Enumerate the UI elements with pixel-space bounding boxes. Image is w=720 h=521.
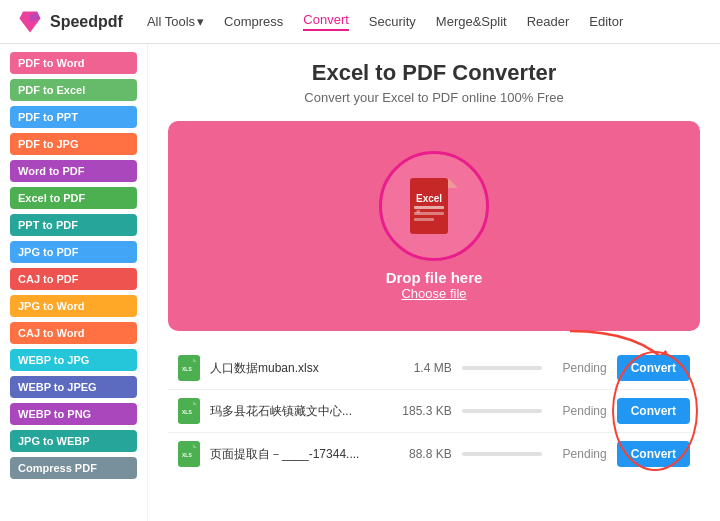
sidebar-item-webp-to-jpeg[interactable]: WEBP to JPEG [10,376,137,398]
sidebar-item-caj-to-pdf[interactable]: CAJ to PDF [10,268,137,290]
svg-marker-18 [193,444,197,448]
sidebar-item-compress-pdf[interactable]: Compress PDF [10,457,137,479]
file-status-1: Pending [552,361,607,375]
file-name-3: 页面提取自－____-17344.... [210,446,372,463]
convert-button-2[interactable]: Convert [617,398,690,424]
sidebar-item-ppt-to-pdf[interactable]: PPT to PDF [10,214,137,236]
sidebar-item-webp-to-jpg[interactable]: WEBP to JPG [10,349,137,371]
sidebar-item-jpg-to-pdf[interactable]: JPG to PDF [10,241,137,263]
page-title: Excel to PDF Converter [168,60,700,86]
drop-zone[interactable]: Excel ≡ Drop file here Choose file [168,121,700,331]
drop-circle: Excel ≡ [379,151,489,261]
main-layout: PDF to Word PDF to Excel PDF to PPT PDF … [0,44,720,521]
svg-marker-12 [193,358,197,362]
svg-marker-15 [193,401,197,405]
logo-icon [16,8,44,36]
file-progress-2 [462,409,542,413]
file-name-1: 人口数据muban.xlsx [210,360,372,377]
choose-file-link[interactable]: Choose file [401,286,466,301]
file-row: XLS 页面提取自－____-17344.... 88.8 KB Pending… [168,433,700,475]
sidebar-item-pdf-to-ppt[interactable]: PDF to PPT [10,106,137,128]
brand-name: Speedpdf [50,13,123,31]
drop-file-here-text: Drop file here [386,269,483,286]
logo: Speedpdf [16,8,123,36]
chevron-down-icon: ▾ [197,14,204,29]
file-row: XLS 人口数据muban.xlsx 1.4 MB Pending Conver… [168,347,700,390]
convert-button-1[interactable]: Convert [617,355,690,381]
excel-file-icon: Excel ≡ [410,178,458,234]
svg-text:XLS: XLS [182,366,192,372]
convert-button-3[interactable]: Convert [617,441,690,467]
file-status-2: Pending [552,404,607,418]
sidebar-item-caj-to-word[interactable]: CAJ to Word [10,322,137,344]
svg-text:XLS: XLS [182,409,192,415]
file-name-2: 玛多县花石峡镇藏文中心... [210,403,372,420]
file-list-container: XLS 人口数据muban.xlsx 1.4 MB Pending Conver… [168,347,700,475]
svg-text:≡: ≡ [416,208,420,215]
nav-convert[interactable]: Convert [303,12,349,31]
file-size-2: 185.3 KB [382,404,452,418]
nav-security[interactable]: Security [369,14,416,29]
file-icon: XLS [178,441,200,467]
main-content: Excel to PDF Converter Convert your Exce… [148,44,720,521]
navbar: Speedpdf All Tools ▾ Compress Convert Se… [0,0,720,44]
sidebar-item-pdf-to-jpg[interactable]: PDF to JPG [10,133,137,155]
nav-compress[interactable]: Compress [224,14,283,29]
nav-mergesplit[interactable]: Merge&Split [436,14,507,29]
svg-marker-4 [448,178,458,188]
nav-reader[interactable]: Reader [527,14,570,29]
sidebar-item-pdf-to-word[interactable]: PDF to Word [10,52,137,74]
sidebar: PDF to Word PDF to Excel PDF to PPT PDF … [0,44,148,521]
file-size-1: 1.4 MB [382,361,452,375]
file-row: XLS 玛多县花石峡镇藏文中心... 185.3 KB Pending Conv… [168,390,700,433]
sidebar-item-webp-to-png[interactable]: WEBP to PNG [10,403,137,425]
sidebar-item-jpg-to-webp[interactable]: JPG to WEBP [10,430,137,452]
sidebar-item-jpg-to-word[interactable]: JPG to Word [10,295,137,317]
nav-editor[interactable]: Editor [589,14,623,29]
svg-text:XLS: XLS [182,452,192,458]
file-size-3: 88.8 KB [382,447,452,461]
sidebar-item-pdf-to-excel[interactable]: PDF to Excel [10,79,137,101]
page-subtitle: Convert your Excel to PDF online 100% Fr… [168,90,700,105]
nav-links: All Tools ▾ Compress Convert Security Me… [147,12,623,31]
file-progress-3 [462,452,542,456]
svg-rect-7 [414,218,434,221]
file-list: XLS 人口数据muban.xlsx 1.4 MB Pending Conver… [168,347,700,475]
sidebar-item-excel-to-pdf[interactable]: Excel to PDF [10,187,137,209]
file-icon: XLS [178,398,200,424]
svg-text:Excel: Excel [416,193,442,204]
file-icon: XLS [178,355,200,381]
file-progress-1 [462,366,542,370]
nav-all-tools[interactable]: All Tools ▾ [147,14,204,29]
file-status-3: Pending [552,447,607,461]
sidebar-item-word-to-pdf[interactable]: Word to PDF [10,160,137,182]
